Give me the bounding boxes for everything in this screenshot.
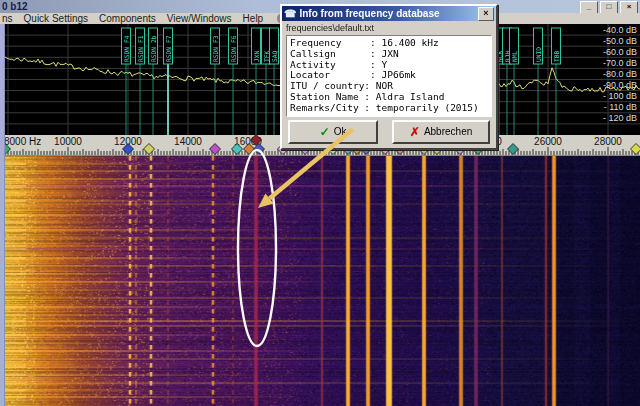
left-window-border (0, 24, 5, 406)
station-label-saq: SAQ (270, 28, 279, 64)
station-label-rsdn-f1: RSDN F1 (136, 28, 145, 64)
waterfall-display[interactable] (0, 156, 640, 406)
station-label-unid: UNID (534, 28, 543, 64)
svg-text:TBB: TBB (553, 50, 560, 62)
station-label-rsdn-f3: RSDN F3 (211, 28, 220, 64)
db-field-line: Remarks/City : temporarily (2015) (290, 103, 488, 114)
svg-text:RSDN F7: RSDN F7 (165, 35, 172, 62)
db-field-line: Callsign : JXN (290, 49, 488, 60)
frequency-info-dialog: ☎ Info from frequency database × frequen… (280, 4, 498, 150)
svg-text:RSDN F1: RSDN F1 (137, 35, 144, 62)
station-label-jxn: JXN (252, 28, 261, 64)
svg-text:RSDN F4: RSDN F4 (123, 35, 130, 62)
svg-text:SAQ: SAQ (271, 50, 278, 62)
ok-button[interactable]: ✓ Ok (288, 120, 378, 144)
main-window-title: 0 b12 (2, 0, 28, 13)
ok-button-label: Ok (334, 126, 347, 137)
dialog-buttons: ✓ Ok ✗ Abbrechen (288, 120, 490, 144)
station-label-rsdn-f7: RSDN F7 (164, 28, 173, 64)
cancel-button[interactable]: ✗ Abbrechen (392, 120, 490, 144)
svg-text:14000: 14000 (174, 136, 202, 147)
database-file-label: frequencies\default.txt (282, 21, 496, 34)
dialog-title-bar[interactable]: ☎ Info from frequency database × (282, 6, 496, 21)
station-label-tbb: TBB (552, 28, 561, 64)
cancel-button-label: Abbrechen (424, 126, 472, 137)
svg-text:TFK: TFK (263, 50, 270, 62)
svg-text:8000 Hz: 8000 Hz (4, 136, 41, 147)
station-label-rsdn-f4: RSDN F4 (122, 28, 131, 64)
menu-item-help[interactable]: Help (243, 13, 264, 24)
svg-text:RSDN F6: RSDN F6 (230, 35, 237, 62)
svg-text:NML: NML (511, 50, 518, 62)
dialog-close-icon[interactable]: × (478, 7, 494, 21)
menu-item-quick-settings[interactable]: Quick Settings (24, 13, 88, 24)
cancel-x-icon: ✗ (410, 125, 420, 139)
svg-text:28000: 28000 (594, 136, 622, 147)
menu-item-components[interactable]: Components (99, 13, 156, 24)
svg-text:26000: 26000 (534, 136, 562, 147)
station-label-nml: NML (510, 28, 519, 64)
dialog-title: Info from frequency database (299, 6, 478, 21)
station-label-rsdn-2b: RSDN 2b (149, 28, 158, 64)
phone-icon: ☎ (284, 6, 296, 21)
menu-item-ns[interactable]: ns (2, 13, 13, 24)
svg-text:10000: 10000 (54, 136, 82, 147)
menu-item-view-windows[interactable]: View/Windows (167, 13, 232, 24)
station-label-rsdn-f6: RSDN F6 (229, 28, 238, 64)
svg-text:RSDN F3: RSDN F3 (212, 35, 219, 62)
svg-text:UNID: UNID (535, 47, 542, 62)
check-icon: ✓ (320, 125, 330, 139)
station-info-panel: Frequency : 16.400 kHzCallsign : JXNActi… (286, 35, 492, 117)
spectrum-lab-app: { "window": { "title": "0 b12", "buttons… (0, 0, 640, 406)
svg-text:JXN: JXN (253, 50, 260, 62)
svg-text:RSDN 2b: RSDN 2b (150, 35, 157, 62)
